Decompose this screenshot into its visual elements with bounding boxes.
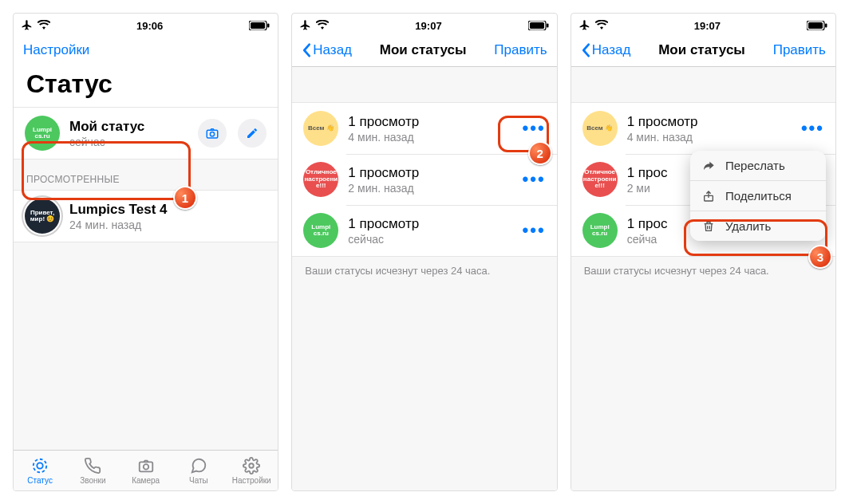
status-bar: 19:07 <box>292 14 556 34</box>
wifi-icon <box>316 20 329 32</box>
tab-bar: Статус Звонки Камера Чаты Настройки <box>14 450 278 490</box>
callout-badge-3: 3 <box>808 245 832 269</box>
nav-title: Мои статусы <box>380 42 467 58</box>
page-title: Статус <box>14 66 278 107</box>
status-time-ago: 4 мин. назад <box>348 131 522 144</box>
svg-rect-3 <box>207 130 219 138</box>
tab-status[interactable]: Статус <box>14 451 66 490</box>
nav-settings-link[interactable]: Настройки <box>23 42 89 58</box>
my-status-row[interactable]: Lumpi cs.ru Мой статус сейчас <box>14 108 278 159</box>
status-views: 1 просмотр <box>348 216 522 232</box>
viewed-title: Lumpics Test 4 <box>69 202 267 218</box>
svg-rect-14 <box>808 22 823 29</box>
svg-point-5 <box>37 463 42 468</box>
status-views: 1 просмотр <box>348 114 522 130</box>
status-time: 19:07 <box>694 20 721 32</box>
airplane-icon <box>300 19 311 33</box>
status-bar: 19:07 <box>571 14 835 34</box>
status-time-ago: сейчас <box>348 233 522 246</box>
nav-bar: Назад Мои статусы Править <box>292 34 556 67</box>
menu-forward[interactable]: Переслать <box>690 151 826 180</box>
svg-point-6 <box>34 459 47 472</box>
viewed-status-row[interactable]: Привет, мир! 😊 Lumpics Test 4 24 мин. на… <box>14 191 278 242</box>
wifi-icon <box>38 20 50 32</box>
footnote: Ваши статусы исчезнут через 24 часа. <box>292 257 556 285</box>
status-avatar: Отличное настроени е!!! <box>303 162 338 197</box>
more-button[interactable]: ••• <box>523 169 546 190</box>
callout-badge-2: 2 <box>528 141 552 165</box>
my-status-sub: сейчас <box>69 136 198 148</box>
menu-delete[interactable]: Удалить <box>690 211 826 241</box>
status-avatar: Отличное настроени е!!! <box>582 162 618 197</box>
tab-camera[interactable]: Камера <box>120 451 172 490</box>
status-row[interactable]: Отличное настроени е!!! 1 просмотр 2 мин… <box>292 154 556 205</box>
menu-share[interactable]: Поделиться <box>690 180 826 211</box>
svg-rect-7 <box>139 462 152 471</box>
context-menu: Переслать Поделиться Удалить <box>690 151 826 241</box>
status-time-ago: 2 мин. назад <box>348 182 522 195</box>
my-status-avatar: Lumpi cs.ru <box>25 116 60 151</box>
back-button[interactable]: Назад <box>581 42 631 58</box>
screen-my-statuses: 19:07 Назад Мои статусы Править Всем 👋 1… <box>291 13 557 491</box>
battery-icon <box>807 21 827 30</box>
svg-rect-12 <box>547 24 549 28</box>
more-button[interactable]: ••• <box>801 118 824 139</box>
battery-icon <box>249 21 270 30</box>
tab-chats[interactable]: Чаты <box>172 451 225 490</box>
tab-settings[interactable]: Настройки <box>225 451 278 490</box>
status-avatar: Lumpi cs.ru <box>582 213 618 248</box>
status-avatar: Lumpi cs.ru <box>303 213 338 248</box>
svg-point-8 <box>143 464 148 469</box>
battery-icon <box>528 21 549 30</box>
svg-rect-15 <box>825 24 827 28</box>
more-button[interactable]: ••• <box>523 118 546 139</box>
status-row[interactable]: Всем 👋 1 просмотр 4 мин. назад ••• <box>571 103 835 154</box>
tab-calls[interactable]: Звонки <box>66 451 119 490</box>
status-bar: 19:06 <box>14 14 278 34</box>
airplane-icon <box>579 19 590 33</box>
svg-rect-2 <box>267 24 270 28</box>
viewed-sub: 24 мин. назад <box>69 219 267 231</box>
airplane-icon <box>22 19 33 33</box>
wifi-icon <box>595 20 608 32</box>
edit-button[interactable]: Править <box>773 42 826 58</box>
callout-badge-1: 1 <box>173 186 197 210</box>
viewed-avatar: Привет, мир! 😊 <box>25 199 60 234</box>
nav-bar: Настройки <box>14 34 278 66</box>
status-avatar: Всем 👋 <box>582 111 618 146</box>
back-button[interactable]: Назад <box>302 42 352 58</box>
status-time: 19:07 <box>415 20 441 32</box>
status-avatar: Всем 👋 <box>303 111 338 146</box>
viewed-header: ПРОСМОТРЕННЫЕ <box>14 159 278 190</box>
svg-point-4 <box>211 132 215 136</box>
nav-bar: Назад Мои статусы Править <box>571 34 835 67</box>
trash-icon <box>701 220 716 233</box>
status-time: 19:06 <box>136 20 163 32</box>
camera-status-button[interactable] <box>198 119 227 148</box>
status-row[interactable]: Lumpi cs.ru 1 просмотр сейчас ••• <box>292 205 556 256</box>
svg-rect-1 <box>251 22 265 29</box>
nav-title: Мои статусы <box>658 42 745 58</box>
edit-button[interactable]: Править <box>494 42 547 58</box>
status-views: 1 просмотр <box>627 114 801 130</box>
more-button[interactable]: ••• <box>523 220 546 241</box>
screen-status: 19:06 Настройки Статус Lumpi cs.ru Мой с… <box>13 13 278 491</box>
screen-my-statuses-menu: 19:07 Назад Мои статусы Править Всем 👋 1… <box>571 13 836 491</box>
status-views: 1 просмотр <box>348 165 522 181</box>
status-row[interactable]: Всем 👋 1 просмотр 4 мин. назад ••• <box>292 103 556 154</box>
footnote: Ваши статусы исчезнут через 24 часа. <box>571 257 835 285</box>
my-status-section: Lumpi cs.ru Мой статус сейчас <box>14 107 278 159</box>
my-status-title: Мой статус <box>69 119 198 135</box>
svg-point-9 <box>249 463 254 468</box>
status-time-ago: 4 мин. назад <box>627 131 801 144</box>
svg-rect-11 <box>530 22 544 29</box>
pencil-status-button[interactable] <box>238 119 267 148</box>
share-icon <box>701 190 716 203</box>
forward-icon <box>701 159 716 172</box>
